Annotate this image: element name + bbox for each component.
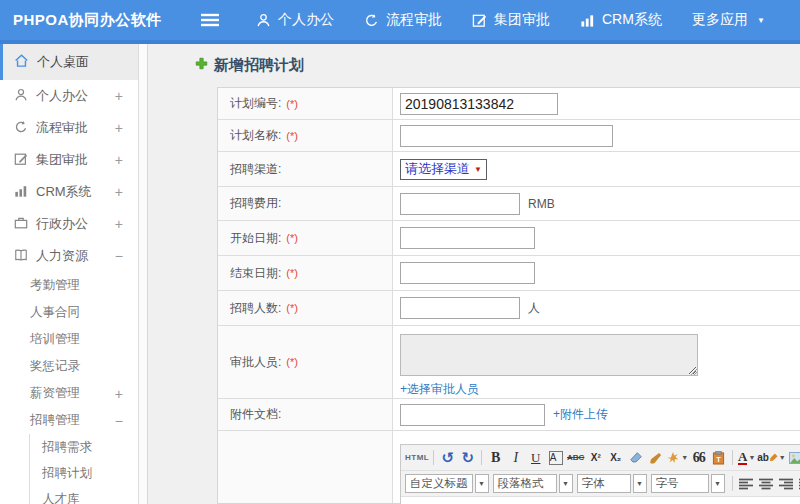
bar-chart-icon [14,184,28,201]
attachment-input[interactable] [400,404,545,426]
redo-button[interactable]: ↻ [458,448,477,468]
brush-icon[interactable] [646,448,665,468]
source-code-button[interactable]: HTML [405,448,429,468]
align-justify-icon[interactable] [797,474,800,494]
select-approver-link[interactable]: +选择审批人员 [400,381,479,398]
eraser-icon[interactable] [626,448,645,468]
undo-button[interactable]: ↺ [438,448,457,468]
sidebar-item-rewards[interactable]: 奖惩记录 [0,353,138,380]
collapse-toggle[interactable]: − [115,413,123,429]
sidebar-item-attendance[interactable]: 考勤管理 [0,272,138,299]
highlight-color-button[interactable]: ab▼ [757,448,786,468]
edit-icon [472,13,487,28]
editor-content-area[interactable] [401,497,800,504]
fee-input[interactable] [400,193,520,215]
caret-down-icon[interactable]: ▼ [559,474,573,493]
start-date-label: 开始日期: [230,230,281,247]
form-row-end-date: 结束日期: (*) [218,256,800,291]
required-mark: (*) [286,267,298,279]
start-date-input[interactable] [400,227,535,249]
app-logo[interactable]: PHPOA协同办公软件 [0,11,188,30]
strikethrough-button[interactable]: ABC [566,448,585,468]
svg-text:T: T [716,454,721,463]
form-row-headcount: 招聘人数: (*) 人 [218,291,800,326]
plan-no-label: 计划编号: [230,95,281,112]
channel-label: 招聘渠道: [230,161,281,178]
sidebar-item-salary[interactable]: 薪资管理+ [0,380,138,407]
bold-button[interactable]: B [486,448,505,468]
paste-icon[interactable]: T [709,448,728,468]
recruit-submenu: 招聘需求 招聘计划 人才库 [29,434,138,504]
sidebar-item-recruit-plan[interactable]: 招聘计划 [30,460,138,486]
approver-textarea[interactable] [400,334,698,376]
underline-button[interactable]: U [526,448,545,468]
expand-toggle[interactable]: + [115,184,123,200]
sidebar-item-hr-contract[interactable]: 人事合同 [0,299,138,326]
nav-crm-system[interactable]: CRM系统 [580,11,662,29]
nav-workflow-approval[interactable]: 流程审批 [364,11,442,29]
expand-toggle[interactable]: + [115,88,123,104]
font-family-dropdown[interactable]: 字体 ▼ [577,474,647,493]
add-icon [195,56,208,74]
end-date-input[interactable] [400,262,535,284]
form-row-start-date: 开始日期: (*) [218,221,800,256]
expand-toggle[interactable]: + [115,120,123,136]
expand-toggle[interactable]: + [115,152,123,168]
caret-down-icon[interactable]: ▼ [475,474,489,493]
form-row-plan-name: 计划名称: (*) [218,120,800,152]
bar-chart-icon [580,13,595,28]
expand-toggle[interactable]: + [115,216,123,232]
plan-no-input[interactable] [400,93,558,115]
form-row-channel: 招聘渠道: 请选择渠道 ▼ [218,152,800,187]
sidebar-item-admin-office[interactable]: 行政办公 + [0,208,138,240]
sidebar-item-group-approval[interactable]: 集团审批 + [0,144,138,176]
sidebar-item-recruit-demand[interactable]: 招聘需求 [30,434,138,460]
sidebar-item-personal-office[interactable]: 个人办公 + [0,80,138,112]
expand-toggle[interactable]: + [115,386,123,402]
nav-group-approval[interactable]: 集团审批 [472,11,550,29]
superscript-button[interactable]: X² [586,448,605,468]
required-mark: (*) [286,302,298,314]
caret-down-icon[interactable]: ▼ [711,474,725,493]
sidebar: 个人桌面 个人办公 + 流程审批 + 集团审批 + CRM系统 + [0,44,139,504]
headcount-input[interactable] [400,297,520,319]
form-row-editor: HTML ↺ ↻ B I U A ABC X² [218,431,800,503]
nav-personal-office[interactable]: 个人办公 [256,11,334,29]
attachment-label: 附件文档: [230,406,281,423]
heading-dropdown[interactable]: 自定义标题 ▼ [405,474,489,493]
italic-button[interactable]: I [506,448,525,468]
sidebar-item-desktop[interactable]: 个人桌面 [0,44,138,80]
image-icon[interactable] [787,448,800,468]
font-color-button[interactable]: A▼ [737,448,756,468]
align-right-icon[interactable] [777,474,796,494]
required-mark: (*) [286,232,298,244]
format-painter-icon[interactable]: ▼ [666,448,688,468]
blockquote-button[interactable]: 66 [689,448,708,468]
required-mark: (*) [286,356,298,368]
nav-more-apps[interactable]: 更多应用 ▼ [692,11,765,29]
headcount-unit: 人 [528,300,540,317]
sidebar-item-workflow-approval[interactable]: 流程审批 + [0,112,138,144]
flow-icon [364,13,379,28]
align-center-icon[interactable] [757,474,776,494]
top-navbar: PHPOA协同办公软件 个人办公 流程审批 集团审批 CRM系统 更多应用 [0,0,800,40]
subscript-button[interactable]: X₂ [606,448,625,468]
font-size-dropdown[interactable]: 字号 ▼ [651,474,725,493]
collapse-toggle[interactable]: − [115,248,123,264]
plan-name-input[interactable] [400,125,613,147]
upload-attachment-link[interactable]: +附件上传 [553,406,608,423]
sidebar-item-recruit-mgmt[interactable]: 招聘管理− [0,407,138,434]
caret-down-icon[interactable]: ▼ [633,474,647,493]
channel-select[interactable]: 请选择渠道 ▼ [400,159,487,180]
headcount-label: 招聘人数: [230,300,281,317]
hamburger-menu-icon[interactable] [200,12,222,28]
paragraph-dropdown[interactable]: 段落格式 ▼ [493,474,573,493]
main-content: 新增招聘计划 计划编号: (*) 计划名称: (*) [148,44,800,504]
sidebar-item-talent-pool[interactable]: 人才库 [30,486,138,504]
sidebar-item-training[interactable]: 培训管理 [0,326,138,353]
align-left-icon[interactable] [737,474,756,494]
sidebar-item-hr[interactable]: 人力资源 − [0,240,138,272]
sidebar-item-crm[interactable]: CRM系统 + [0,176,138,208]
sidebar-splitter[interactable] [139,44,148,504]
remove-format-button[interactable]: A [549,451,563,465]
